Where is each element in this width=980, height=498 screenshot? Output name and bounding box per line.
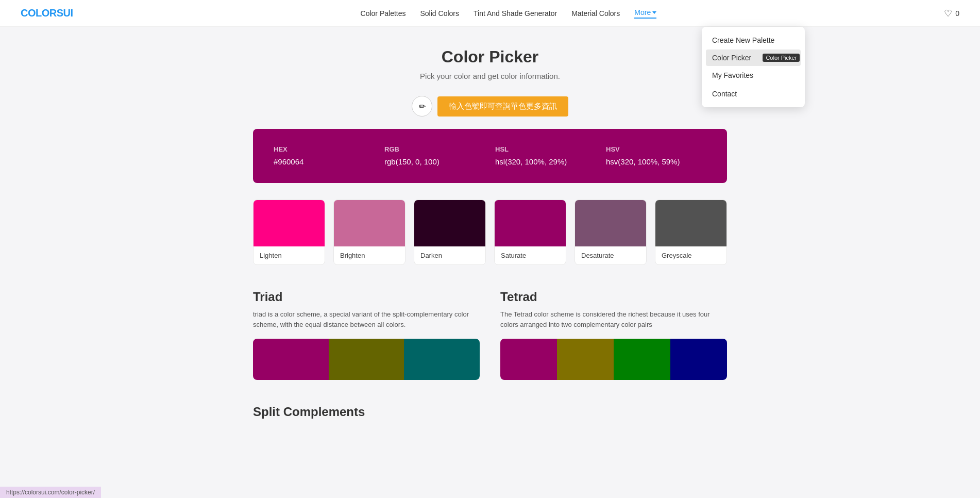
tetrad-palette — [500, 339, 727, 380]
dropdown-color-picker[interactable]: Color Picker Color Picker — [706, 49, 801, 66]
pencil-icon: ✏ — [419, 102, 426, 111]
swatch-desaturate-color — [575, 200, 646, 246]
main-content: Color Picker Pick your color and get col… — [243, 27, 737, 464]
nav-more-label: More — [634, 8, 651, 16]
color-banner: 輸入色號即可查詢單色更多資訊 — [437, 96, 568, 117]
hex-info: HEX #960064 — [274, 145, 374, 167]
swatches-row: Lighten Brighten Darken Saturate Desatur… — [253, 200, 727, 265]
tetrad-title: Tetrad — [500, 290, 727, 304]
sections-row: Triad triad is a color scheme, a special… — [253, 290, 727, 380]
swatch-lighten-color — [254, 200, 325, 246]
tetrad-color-1 — [500, 339, 557, 380]
split-title: Split Complements — [253, 405, 727, 419]
dropdown-my-favorites[interactable]: My Favorites — [702, 66, 805, 85]
triad-desc: triad is a color scheme, a special varia… — [253, 309, 480, 329]
nav-more[interactable]: More — [634, 8, 656, 19]
rgb-value: rgb(150, 0, 100) — [384, 157, 440, 166]
swatch-greyscale-color — [655, 200, 726, 246]
page-subtitle: Pick your color and get color informatio… — [253, 72, 727, 80]
swatch-desaturate-label: Desaturate — [575, 246, 646, 264]
swatch-darken-color — [414, 200, 485, 246]
swatch-greyscale[interactable]: Greyscale — [655, 200, 727, 265]
tetrad-color-4 — [670, 339, 727, 380]
logo-text-black: COLORS — [21, 7, 63, 19]
swatch-darken[interactable]: Darken — [414, 200, 486, 265]
hsl-info: HSL hsl(320, 100%, 29%) — [495, 145, 596, 167]
swatch-brighten[interactable]: Brighten — [333, 200, 405, 265]
hex-value: #960064 — [274, 157, 303, 166]
main-nav: Color Palettes Solid Colors Tint And Sha… — [361, 8, 657, 19]
tetrad-desc: The Tetrad color scheme is considered th… — [500, 309, 727, 329]
color-input-row: ✏ 輸入色號即可查詢單色更多資訊 — [253, 96, 727, 117]
triad-title: Triad — [253, 290, 480, 304]
page-title: Color Picker — [253, 47, 727, 67]
tetrad-color-3 — [614, 339, 670, 380]
hsv-label: HSV — [606, 145, 706, 153]
header: COLORSUI Color Palettes Solid Colors Tin… — [0, 0, 980, 27]
nav-tint-shade[interactable]: Tint And Shade Generator — [474, 9, 557, 18]
rgb-info: RGB rgb(150, 0, 100) — [384, 145, 485, 167]
dropdown-contact[interactable]: Contact — [702, 85, 805, 103]
color-picker-tooltip: Color Picker — [763, 54, 800, 62]
rgb-label: RGB — [384, 145, 485, 153]
pencil-button[interactable]: ✏ — [412, 96, 432, 117]
triad-palette — [253, 339, 480, 380]
hsl-label: HSL — [495, 145, 596, 153]
hsv-value: hsv(320, 100%, 59%) — [606, 157, 680, 166]
dropdown-menu: Create New Palette Color Picker Color Pi… — [702, 27, 805, 107]
triad-section: Triad triad is a color scheme, a special… — [253, 290, 480, 380]
swatch-lighten-label: Lighten — [254, 246, 325, 264]
color-info-panel: HEX #960064 RGB rgb(150, 0, 100) HSL hsl… — [253, 129, 727, 183]
nav-material-colors[interactable]: Material Colors — [571, 9, 620, 18]
triad-color-3 — [404, 339, 480, 380]
chevron-down-icon — [652, 11, 656, 14]
triad-color-2 — [329, 339, 404, 380]
tetrad-color-2 — [557, 339, 614, 380]
nav-solid-colors[interactable]: Solid Colors — [420, 9, 459, 18]
triad-color-1 — [253, 339, 329, 380]
swatch-saturate-label: Saturate — [495, 246, 566, 264]
swatch-saturate[interactable]: Saturate — [494, 200, 566, 265]
swatch-brighten-color — [334, 200, 405, 246]
dropdown-create-palette[interactable]: Create New Palette — [702, 31, 805, 49]
logo-text-blue: UI — [63, 7, 73, 19]
tetrad-section: Tetrad The Tetrad color scheme is consid… — [500, 290, 727, 380]
hex-label: HEX — [274, 145, 374, 153]
swatch-darken-label: Darken — [414, 246, 485, 264]
favorites-count: 0 — [955, 9, 959, 18]
swatch-desaturate[interactable]: Desaturate — [575, 200, 647, 265]
swatch-greyscale-label: Greyscale — [655, 246, 726, 264]
swatch-saturate-color — [495, 200, 566, 246]
split-section: Split Complements — [253, 405, 727, 419]
heart-icon: ♡ — [944, 8, 952, 19]
swatch-brighten-label: Brighten — [334, 246, 405, 264]
dropdown-color-picker-label: Color Picker — [712, 54, 751, 62]
hsv-info: HSV hsv(320, 100%, 59%) — [606, 145, 706, 167]
hsl-value: hsl(320, 100%, 29%) — [495, 157, 567, 166]
swatch-lighten[interactable]: Lighten — [253, 200, 325, 265]
nav-color-palettes[interactable]: Color Palettes — [361, 9, 406, 18]
header-right: ♡ 0 — [944, 8, 959, 19]
logo[interactable]: COLORSUI — [21, 7, 73, 19]
